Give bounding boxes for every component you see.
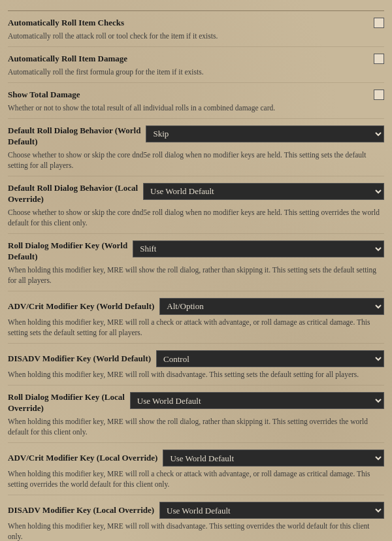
select-advcrit-modifier-local[interactable]: Alt/OptionShiftControlUse World Default bbox=[163, 450, 384, 467]
select-disadv-modifier-world[interactable]: ControlShiftAlt/OptionUse World Default bbox=[156, 350, 384, 367]
select-disadv-modifier-local[interactable]: ControlShiftAlt/OptionUse World Default bbox=[159, 502, 384, 519]
setting-row-roll-dialog-modifier-local: Roll Dialog Modifier Key (Local Override… bbox=[8, 392, 384, 443]
setting-desc-advcrit-modifier-local: When holding this modifier key, MRE will… bbox=[8, 468, 384, 489]
setting-desc-auto-roll-item-checks: Automatically roll the attack roll or to… bbox=[8, 31, 384, 41]
setting-desc-disadv-modifier-world: When holding this modifier key, MRE will… bbox=[8, 369, 384, 380]
select-advcrit-modifier-world[interactable]: Alt/OptionShiftControlUse World Default bbox=[159, 298, 384, 315]
setting-desc-disadv-modifier-local: When holding this modifier key, MRE will… bbox=[8, 521, 384, 541]
checkbox-auto-roll-item-checks[interactable] bbox=[374, 18, 384, 28]
setting-label-roll-dialog-modifier-local: Roll Dialog Modifier Key (Local Override… bbox=[8, 392, 125, 414]
setting-desc-default-roll-dialog-world: Choose whether to show or skip the core … bbox=[8, 150, 384, 171]
setting-label-auto-roll-item-checks: Automatically Roll Item Checks bbox=[8, 18, 368, 29]
setting-desc-advcrit-modifier-world: When holding this modifier key, MRE will… bbox=[8, 317, 384, 338]
setting-row-roll-dialog-modifier-world: Roll Dialog Modifier Key (World Default)… bbox=[8, 240, 384, 291]
setting-row-advcrit-modifier-local: ADV/Crit Modifier Key (Local Override) A… bbox=[8, 450, 384, 495]
setting-desc-auto-roll-item-damage: Automatically roll the first formula gro… bbox=[8, 67, 384, 77]
setting-row-auto-roll-item-checks: Automatically Roll Item Checks Automatic… bbox=[8, 18, 384, 47]
select-roll-dialog-modifier-world[interactable]: ShiftAlt/OptionControlUse World Default bbox=[133, 240, 384, 257]
setting-desc-default-roll-dialog-local: Choose whether to show or skip the core … bbox=[8, 207, 384, 228]
setting-label-disadv-modifier-local: DISADV Modifier Key (Local Override) bbox=[8, 505, 154, 516]
setting-label-auto-roll-item-damage: Automatically Roll Item Damage bbox=[8, 54, 368, 65]
setting-label-disadv-modifier-world: DISADV Modifier Key (World Default) bbox=[8, 353, 151, 364]
setting-label-default-roll-dialog-world: Default Roll Dialog Behavior (World Defa… bbox=[8, 125, 140, 148]
setting-row-default-roll-dialog-world: Default Roll Dialog Behavior (World Defa… bbox=[8, 125, 384, 176]
select-roll-dialog-modifier-local[interactable]: ShiftAlt/OptionControlUse World Default bbox=[130, 392, 384, 409]
setting-row-show-total-damage: Show Total Damage Whether or not to show… bbox=[8, 90, 384, 119]
setting-desc-roll-dialog-modifier-world: When holding this modifier key, MRE will… bbox=[8, 265, 384, 286]
setting-label-advcrit-modifier-world: ADV/Crit Modifier Key (World Default) bbox=[8, 301, 154, 312]
setting-row-disadv-modifier-local: DISADV Modifier Key (Local Override) Con… bbox=[8, 502, 384, 541]
setting-row-disadv-modifier-world: DISADV Modifier Key (World Default) Cont… bbox=[8, 350, 384, 385]
setting-desc-roll-dialog-modifier-local: When holding this modifier key, MRE will… bbox=[8, 416, 384, 437]
setting-row-auto-roll-item-damage: Automatically Roll Item Damage Automatic… bbox=[8, 54, 384, 83]
setting-label-show-total-damage: Show Total Damage bbox=[8, 90, 368, 101]
setting-desc-show-total-damage: Whether or not to show the total result … bbox=[8, 103, 384, 113]
setting-row-advcrit-modifier-world: ADV/Crit Modifier Key (World Default) Al… bbox=[8, 298, 384, 344]
checkbox-auto-roll-item-damage[interactable] bbox=[374, 54, 384, 64]
checkbox-show-total-damage[interactable] bbox=[374, 90, 384, 100]
setting-label-default-roll-dialog-local: Default Roll Dialog Behavior (Local Over… bbox=[8, 183, 138, 205]
select-default-roll-dialog-world[interactable]: SkipShowUse World Default bbox=[146, 125, 384, 142]
setting-label-advcrit-modifier-local: ADV/Crit Modifier Key (Local Override) bbox=[8, 453, 157, 463]
select-default-roll-dialog-local[interactable]: SkipShowUse World Default bbox=[143, 183, 384, 200]
page-title bbox=[8, 7, 384, 11]
setting-row-default-roll-dialog-local: Default Roll Dialog Behavior (Local Over… bbox=[8, 183, 384, 234]
setting-label-roll-dialog-modifier-world: Roll Dialog Modifier Key (World Default) bbox=[8, 240, 127, 263]
